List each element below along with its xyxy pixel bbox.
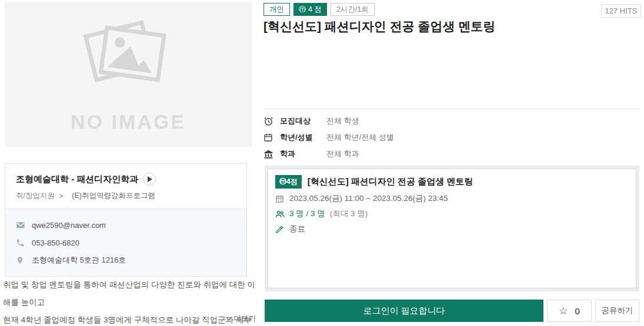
session-date-row: 2023.05.26(금) 11:00 ~ 2023.05.26(금) 23:4… — [275, 193, 629, 204]
star-icon: ☆ — [559, 306, 568, 316]
description-line-2: 현재 4학년 졸업예정 학생들 3명에게 구체적으로 나아갈 직업군과 세부 내… — [3, 311, 257, 326]
play-icon — [147, 176, 152, 182]
login-button[interactable]: 로그인이 필요합니다 — [265, 300, 543, 322]
grade-gender-value: 전체 학년/전체 성별 — [326, 132, 394, 143]
location-text: 조형예술대학 5호관 1216호 — [32, 255, 126, 265]
org-contact-section: qwe2590@naver.com 053-850-6820 조형예술대학 5호… — [5, 209, 246, 276]
capacity-note: (최대 3 명) — [330, 209, 368, 219]
people-icon — [275, 209, 285, 219]
more-label: 더보기 — [234, 314, 256, 324]
phone-text: 053-850-6820 — [32, 238, 79, 247]
session-status-row: 종료 — [275, 224, 629, 234]
more-button[interactable]: 더보기 — [226, 314, 256, 324]
info-rows: 모집대상 전체 학생 학년/성별 전체 학년/전체 성별 학과 전체 학과 — [263, 113, 639, 162]
phone-row: 053-850-6820 — [16, 234, 236, 251]
capacity-highlight: 3 명 / 3 명 — [289, 209, 325, 219]
session-title: [혁신선도] 패션디자인 전공 졸업생 멘토링 — [308, 176, 473, 187]
session-capacity-row: 3 명 / 3 명 (최대 3 명) — [275, 209, 629, 219]
calendar-icon — [263, 132, 274, 143]
session-card: ⓜ4점 [혁신선도] 패션디자인 전공 졸업생 멘토링 2023.05.26(금… — [265, 166, 639, 291]
favorite-count: 0 — [575, 306, 579, 316]
badge-duration: 2시간/1회 — [331, 3, 375, 16]
org-card-top: 조형예술대학 - 패션디자인학과 취/창업지원 > (E)취업역량강화프로그램 — [5, 164, 246, 209]
breadcrumb-parent[interactable]: 취/창업지원 — [16, 191, 55, 201]
badge-personal: 개인 — [263, 3, 290, 16]
session-card-inner: ⓜ4점 [혁신선도] 패션디자인 전공 졸업생 멘토링 2023.05.26(금… — [268, 169, 636, 288]
breadcrumb-current[interactable]: (E)취업역량강화프로그램 — [72, 191, 155, 201]
session-date-text: 2023.05.26(금) 11:00 ~ 2023.05.26(금) 23:4… — [289, 193, 448, 204]
grade-gender-row: 학년/성별 전체 학년/전체 성별 — [263, 129, 639, 146]
recruit-target-label: 모집대상 — [280, 116, 326, 126]
department-value: 전체 학과 — [326, 149, 359, 159]
favorite-button[interactable]: ☆ 0 — [547, 300, 592, 322]
calendar-date-icon — [275, 194, 285, 203]
image-placeholder: NO IMAGE — [5, 2, 252, 147]
grade-gender-label: 학년/성별 — [280, 132, 326, 143]
map-pin-icon — [16, 256, 25, 265]
university-icon — [263, 149, 274, 159]
page-title: [혁신선도] 패션디자인 전공 졸업생 멘토링 — [263, 18, 593, 35]
pencil-icon — [275, 224, 285, 234]
email-row: qwe2590@naver.com — [16, 216, 236, 234]
phone-icon — [16, 238, 25, 247]
department-label: 학과 — [280, 149, 326, 159]
location-row: 조형예술대학 5호관 1216호 — [16, 251, 236, 269]
recruit-target-row: 모집대상 전체 학생 — [263, 113, 639, 129]
session-status-text: 종료 — [289, 224, 305, 234]
org-card: 조형예술대학 - 패션디자인학과 취/창업지원 > (E)취업역량강화프로그램 … — [5, 163, 247, 277]
mail-icon — [16, 220, 25, 230]
info-divider — [263, 109, 639, 109]
recruit-target-value: 전체 학생 — [326, 116, 359, 126]
breadcrumb: 취/창업지원 > (E)취업역량강화프로그램 — [16, 191, 236, 201]
badge-points: ⓜ 4 점 — [293, 3, 327, 16]
no-image-icon — [81, 16, 175, 95]
description-block: 취업 및 창업 멘토링을 통하여 패션산업의 다양한 진로와 취업에 대한 이해… — [3, 276, 257, 326]
no-image-text: NO IMAGE — [71, 110, 186, 133]
org-title: 조형예술대학 - 패션디자인학과 — [16, 174, 138, 185]
header-badges: 개인 ⓜ 4 점 2시간/1회 — [263, 3, 375, 16]
alarm-clock-icon — [263, 116, 274, 126]
chevron-right-icon: > — [59, 192, 63, 200]
session-points-badge: ⓜ4점 — [275, 175, 302, 189]
description-line-1: 취업 및 창업 멘토링을 통하여 패션산업의 다양한 진로와 취업에 대한 이해… — [3, 276, 257, 311]
hits-badge: 127 HITS — [601, 4, 641, 18]
chevron-down-icon — [226, 317, 232, 321]
department-row: 학과 전체 학과 — [263, 146, 639, 162]
play-button[interactable] — [143, 173, 156, 186]
email-text: qwe2590@naver.com — [32, 221, 106, 230]
share-button[interactable]: 공유하기 — [595, 300, 639, 322]
